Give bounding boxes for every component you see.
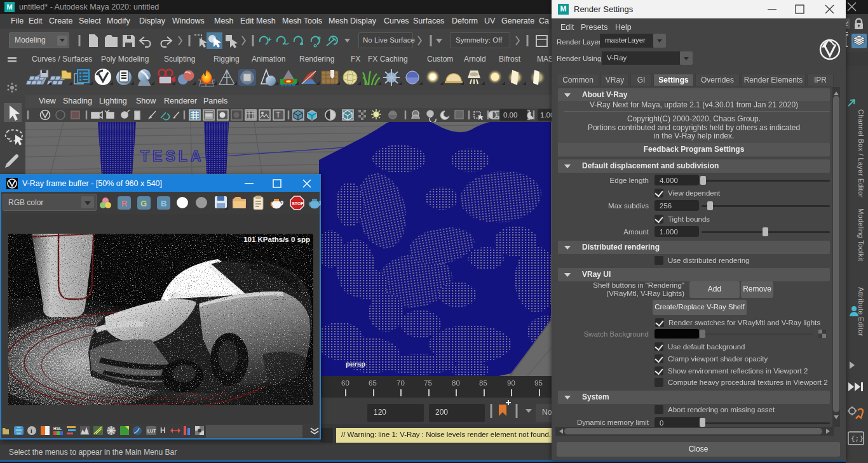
svg-text:H: H	[160, 426, 166, 435]
svg-text:G: G	[140, 199, 147, 208]
svg-text:persp: persp	[346, 360, 365, 368]
svg-text:i: i	[31, 427, 32, 434]
svg-text:R: R	[121, 199, 128, 208]
svg-text:TESLA: TESLA	[140, 148, 204, 164]
svg-text:0.00: 0.00	[503, 111, 517, 119]
svg-text:{;}: {;}	[851, 435, 864, 443]
svg-text:1.00: 1.00	[540, 111, 552, 119]
svg-text:T: T	[276, 111, 281, 119]
svg-text:B: B	[161, 199, 166, 208]
svg-text:LUT: LUT	[147, 429, 156, 433]
svg-text:STOP: STOP	[292, 201, 304, 206]
svg-text:HSL: HSL	[53, 426, 62, 431]
